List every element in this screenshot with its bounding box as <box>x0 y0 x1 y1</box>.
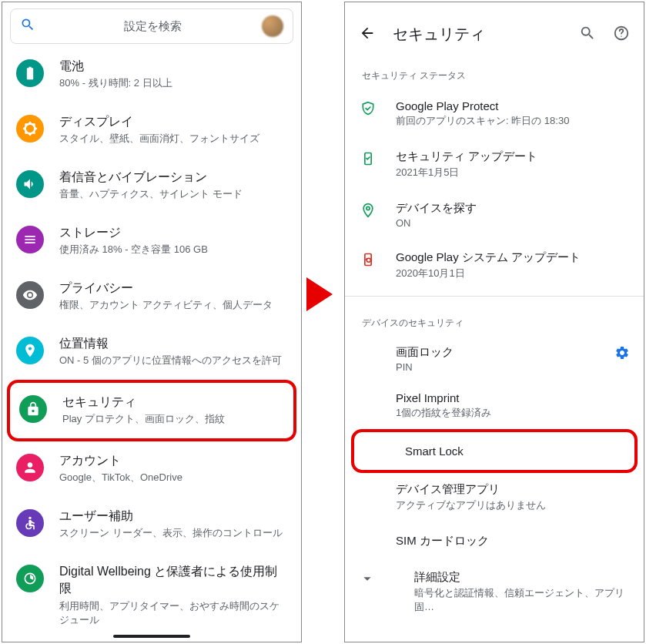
status-title: Google Play システム アップデート <box>396 250 630 265</box>
setting-item-location[interactable]: 位置情報ON - 5 個のアプリに位置情報へのアクセスを許可 <box>2 324 301 380</box>
device-title: Smart Lock <box>405 444 621 458</box>
status-item[interactable]: デバイスを探すON <box>345 190 644 240</box>
device-title: Pixel Imprint <box>396 391 630 404</box>
device-sub: PIN <box>396 361 596 373</box>
search-button[interactable] <box>579 25 596 45</box>
device-item[interactable]: デバイス管理アプリアクティブなアプリはありません <box>345 473 644 522</box>
privacy-icon <box>16 281 44 309</box>
search-bar[interactable]: 設定を検索 <box>10 8 293 44</box>
location-icon <box>16 337 44 364</box>
battery-icon <box>16 59 44 87</box>
device-item[interactable]: SIM カードロック <box>345 522 644 561</box>
setting-sub: スタイル、壁紙、画面消灯、フォントサイズ <box>59 132 289 146</box>
device-item[interactable]: 詳細設定暗号化と認証情報、信頼エージェント、アプリ固… <box>345 561 644 623</box>
setting-item-account[interactable]: アカウントGoogle、TikTok、OneDrive <box>2 441 301 497</box>
setting-title: Digital Wellbeing と保護者による使用制限 <box>59 563 289 598</box>
svg-point-0 <box>28 293 32 297</box>
status-sub: 前回のアプリのスキャン: 昨日の 18:30 <box>396 114 630 128</box>
status-sub: 2021年1月5日 <box>396 166 630 179</box>
page-title: セキュリティ <box>393 24 562 45</box>
device-title: デバイス管理アプリ <box>396 482 630 497</box>
status-list: Google Play Protect前回のアプリのスキャン: 昨日の 18:3… <box>345 89 644 291</box>
divider <box>345 296 644 297</box>
status-item[interactable]: セキュリティ アップデート2021年1月5日 <box>345 139 644 190</box>
volume-icon <box>16 170 44 198</box>
setting-title: セキュリティ <box>62 394 286 411</box>
status-sub: ON <box>396 217 630 229</box>
svg-point-4 <box>621 35 621 36</box>
setting-item-privacy[interactable]: プライバシー権限、アカウント アクティビティ、個人データ <box>2 269 301 324</box>
search-icon <box>20 17 35 35</box>
setting-item-lock[interactable]: セキュリティPlay プロテクト、画面ロック、指紋 <box>10 383 293 438</box>
device-sub: 暗号化と認証情報、信頼エージェント、アプリ固… <box>414 586 630 614</box>
setting-title: 着信音とバイブレーション <box>59 169 289 186</box>
search-placeholder: 設定を検索 <box>43 19 262 34</box>
gear-icon[interactable] <box>614 345 630 361</box>
setting-sub: 権限、アカウント アクティビティ、個人データ <box>59 298 289 312</box>
setting-sub: ON - 5 個のアプリに位置情報へのアクセスを許可 <box>59 354 289 367</box>
svg-point-6 <box>367 206 370 210</box>
setting-title: ストレージ <box>59 224 289 241</box>
pin-icon <box>359 203 377 218</box>
setting-title: ディスプレイ <box>59 113 289 130</box>
security-screen: セキュリティ セキュリティ ステータス Google Play Protect前… <box>344 2 644 642</box>
shield-icon <box>359 101 377 116</box>
setting-sub: 80% - 残り時間: 2 日以上 <box>59 76 289 90</box>
setting-item-volume[interactable]: 着信音とバイブレーション音量、ハプティクス、サイレント モード <box>2 158 301 213</box>
setting-title: アカウント <box>59 452 289 469</box>
setting-title: 位置情報 <box>59 335 289 352</box>
device-list: 画面ロックPINPixel Imprint1個の指紋を登録済みSmart Loc… <box>345 336 644 623</box>
lock-icon <box>19 395 47 423</box>
nav-indicator <box>113 635 190 638</box>
setting-item-storage[interactable]: ストレージ使用済み 18% - 空き容量 106 GB <box>2 213 301 269</box>
storage-icon <box>16 226 44 253</box>
status-sub: 2020年10月1日 <box>396 267 630 280</box>
setting-item-battery[interactable]: 電池80% - 残り時間: 2 日以上 <box>2 47 301 102</box>
device-sub: アクティブなアプリはありません <box>396 498 630 512</box>
brightness-icon <box>16 115 44 143</box>
device-title: 画面ロック <box>396 345 596 360</box>
svg-point-1 <box>28 517 31 519</box>
settings-main-screen: 設定を検索 電池80% - 残り時間: 2 日以上ディスプレイスタイル、壁紙、画… <box>2 2 302 642</box>
setting-item-wellbeing[interactable]: Digital Wellbeing と保護者による使用制限利用時間、アプリタイマ… <box>2 552 301 638</box>
device-sub: 1個の指紋を登録済み <box>396 406 630 420</box>
header: セキュリティ <box>345 2 644 57</box>
setting-title: プライバシー <box>59 280 289 297</box>
setting-item-accessibility[interactable]: ユーザー補助スクリーン リーダー、表示、操作のコントロール <box>2 497 301 552</box>
status-title: デバイスを探す <box>396 201 630 216</box>
back-button[interactable] <box>359 25 376 45</box>
setting-sub: 使用済み 18% - 空き容量 106 GB <box>59 243 289 257</box>
device-title: SIM カードロック <box>396 534 630 548</box>
setting-item-brightness[interactable]: ディスプレイスタイル、壁紙、画面消灯、フォントサイズ <box>2 102 301 158</box>
setting-title: ユーザー補助 <box>59 508 289 525</box>
setting-sub: 音量、ハプティクス、サイレント モード <box>59 187 289 201</box>
chevron-down-icon <box>359 570 377 587</box>
device-item[interactable]: Smart Lock <box>354 432 634 470</box>
account-icon <box>16 454 44 481</box>
settings-list: 電池80% - 残り時間: 2 日以上ディスプレイスタイル、壁紙、画面消灯、フォ… <box>2 47 301 642</box>
help-button[interactable] <box>613 25 630 45</box>
device-item[interactable]: Pixel Imprint1個の指紋を登録済み <box>345 382 644 429</box>
setting-sub: スクリーン リーダー、表示、操作のコントロール <box>59 526 289 540</box>
device-title: 詳細設定 <box>414 570 630 585</box>
section-device-label: デバイスのセキュリティ <box>345 304 644 336</box>
setting-sub: Google、TikTok、OneDrive <box>59 471 289 485</box>
status-item[interactable]: Google Play システム アップデート2020年10月1日 <box>345 240 644 291</box>
status-item[interactable]: Google Play Protect前回のアプリのスキャン: 昨日の 18:3… <box>345 89 644 139</box>
status-title: Google Play Protect <box>396 99 630 112</box>
status-title: セキュリティ アップデート <box>396 149 630 164</box>
setting-sub: 利用時間、アプリタイマー、おやすみ時間のスケジュール <box>59 599 289 627</box>
device-item[interactable]: 画面ロックPIN <box>345 336 644 382</box>
accessibility-icon <box>16 509 44 537</box>
setting-item-google[interactable]: Googleサービスと設定 <box>2 638 301 642</box>
wellbeing-icon <box>16 565 44 592</box>
phone-check-icon <box>359 151 377 166</box>
update-icon <box>359 252 377 267</box>
setting-sub: Play プロテクト、画面ロック、指紋 <box>62 412 286 426</box>
arrow-right-icon <box>306 277 333 311</box>
section-status-label: セキュリティ ステータス <box>345 57 644 89</box>
profile-avatar[interactable] <box>262 15 283 37</box>
setting-title: 電池 <box>59 58 289 75</box>
